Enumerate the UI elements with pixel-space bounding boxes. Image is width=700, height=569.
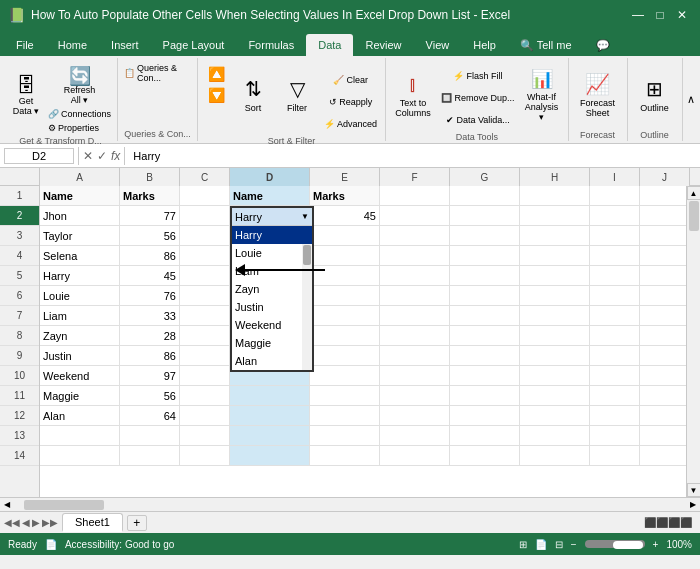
col-header-i[interactable]: I bbox=[590, 168, 640, 186]
advanced-button[interactable]: ⚡ Advanced bbox=[320, 114, 381, 134]
cell-b5[interactable]: 45 bbox=[120, 266, 180, 286]
formula-input[interactable] bbox=[129, 150, 696, 162]
cell-g6[interactable] bbox=[450, 286, 520, 306]
cell-f13[interactable] bbox=[380, 426, 450, 446]
cell-i3[interactable] bbox=[590, 226, 640, 246]
sheet-scroll-right[interactable]: ▶▶ bbox=[42, 517, 58, 528]
cell-g7[interactable] bbox=[450, 306, 520, 326]
zoom-slider[interactable] bbox=[585, 540, 645, 548]
col-header-h[interactable]: H bbox=[520, 168, 590, 186]
tab-comment[interactable]: 💬 bbox=[584, 34, 622, 56]
cell-a3[interactable]: Taylor bbox=[40, 226, 120, 246]
cell-g10[interactable] bbox=[450, 366, 520, 386]
cell-b13[interactable] bbox=[120, 426, 180, 446]
cell-b1[interactable]: Marks bbox=[120, 186, 180, 206]
close-button[interactable]: ✕ bbox=[672, 5, 692, 25]
dropdown-item-harry[interactable]: Harry bbox=[232, 226, 312, 244]
cell-i2[interactable] bbox=[590, 206, 640, 226]
cell-c8[interactable] bbox=[180, 326, 230, 346]
cancel-formula-icon[interactable]: ✕ bbox=[83, 149, 93, 163]
cell-c13[interactable] bbox=[180, 426, 230, 446]
cell-i1[interactable] bbox=[590, 186, 640, 206]
cell-e6[interactable] bbox=[310, 286, 380, 306]
cell-j2[interactable] bbox=[640, 206, 686, 226]
cell-g14[interactable] bbox=[450, 446, 520, 466]
cell-i11[interactable] bbox=[590, 386, 640, 406]
get-data-button[interactable]: 🗄 GetData ▾ bbox=[8, 62, 44, 128]
add-sheet-button[interactable]: + bbox=[127, 515, 147, 531]
data-validation-button[interactable]: ✔ Data Valida... bbox=[439, 110, 517, 130]
cell-j12[interactable] bbox=[640, 406, 686, 426]
tab-page-layout[interactable]: Page Layout bbox=[151, 34, 237, 56]
row-header-8[interactable]: 8 bbox=[0, 326, 39, 346]
scroll-up-button[interactable]: ▲ bbox=[687, 186, 701, 200]
cell-a1[interactable]: Name bbox=[40, 186, 120, 206]
cell-c7[interactable] bbox=[180, 306, 230, 326]
cell-d14[interactable] bbox=[230, 446, 310, 466]
cell-b11[interactable]: 56 bbox=[120, 386, 180, 406]
queries-connections-button[interactable]: 📋 Queries & Con... bbox=[122, 62, 193, 84]
horizontal-scrollbar[interactable]: ◀ ▶ bbox=[0, 497, 700, 511]
row-header-13[interactable]: 13 bbox=[0, 426, 39, 446]
cell-a14[interactable] bbox=[40, 446, 120, 466]
cell-j8[interactable] bbox=[640, 326, 686, 346]
what-if-button[interactable]: 📊 What-IfAnalysis ▾ bbox=[520, 62, 564, 128]
cell-g3[interactable] bbox=[450, 226, 520, 246]
cell-f12[interactable] bbox=[380, 406, 450, 426]
cell-i10[interactable] bbox=[590, 366, 640, 386]
cell-e2[interactable]: 45 bbox=[310, 206, 380, 226]
cell-a12[interactable]: Alan bbox=[40, 406, 120, 426]
cell-a6[interactable]: Louie bbox=[40, 286, 120, 306]
forecast-sheet-button[interactable]: 📈 ForecastSheet bbox=[573, 62, 623, 128]
cell-h10[interactable] bbox=[520, 366, 590, 386]
sort-az-button[interactable]: 🔼 bbox=[202, 64, 230, 84]
tab-view[interactable]: View bbox=[414, 34, 462, 56]
row-header-5[interactable]: 5 bbox=[0, 266, 39, 286]
cell-c12[interactable] bbox=[180, 406, 230, 426]
cell-e12[interactable] bbox=[310, 406, 380, 426]
text-to-columns-button[interactable]: ⫿ Text toColumns bbox=[390, 62, 436, 128]
cell-f1[interactable] bbox=[380, 186, 450, 206]
cell-e14[interactable] bbox=[310, 446, 380, 466]
cell-j9[interactable] bbox=[640, 346, 686, 366]
cell-h2[interactable] bbox=[520, 206, 590, 226]
cell-c9[interactable] bbox=[180, 346, 230, 366]
view-normal-icon[interactable]: ⊞ bbox=[519, 539, 527, 550]
cell-e7[interactable] bbox=[310, 306, 380, 326]
tab-data[interactable]: Data bbox=[306, 34, 353, 56]
scroll-right-button[interactable]: ▶ bbox=[686, 498, 700, 511]
minimize-button[interactable]: — bbox=[628, 5, 648, 25]
cell-j5[interactable] bbox=[640, 266, 686, 286]
dropdown-item-maggie[interactable]: Maggie bbox=[232, 334, 312, 352]
cell-h7[interactable] bbox=[520, 306, 590, 326]
cell-e8[interactable] bbox=[310, 326, 380, 346]
cell-f6[interactable] bbox=[380, 286, 450, 306]
cell-h5[interactable] bbox=[520, 266, 590, 286]
cell-c6[interactable] bbox=[180, 286, 230, 306]
row-header-7[interactable]: 7 bbox=[0, 306, 39, 326]
cell-i4[interactable] bbox=[590, 246, 640, 266]
cell-i9[interactable] bbox=[590, 346, 640, 366]
tab-file[interactable]: File bbox=[4, 34, 46, 56]
connections-button[interactable]: 🔗 Connections bbox=[46, 108, 113, 120]
cell-i12[interactable] bbox=[590, 406, 640, 426]
cell-e10[interactable] bbox=[310, 366, 380, 386]
cell-c14[interactable] bbox=[180, 446, 230, 466]
cell-i7[interactable] bbox=[590, 306, 640, 326]
clear-button[interactable]: 🧹 Clear bbox=[320, 70, 381, 90]
window-controls[interactable]: — □ ✕ bbox=[628, 5, 692, 25]
scrollbar-thumb[interactable] bbox=[689, 201, 699, 231]
cell-b9[interactable]: 86 bbox=[120, 346, 180, 366]
cell-h14[interactable] bbox=[520, 446, 590, 466]
h-scrollbar-thumb[interactable] bbox=[24, 500, 104, 510]
row-header-3[interactable]: 3 bbox=[0, 226, 39, 246]
dropdown-item-zayn[interactable]: Zayn bbox=[232, 280, 312, 298]
cell-g13[interactable] bbox=[450, 426, 520, 446]
cell-j10[interactable] bbox=[640, 366, 686, 386]
cell-j1[interactable] bbox=[640, 186, 686, 206]
reapply-button[interactable]: ↺ Reapply bbox=[320, 92, 381, 112]
cell-i8[interactable] bbox=[590, 326, 640, 346]
row-header-2[interactable]: 2 bbox=[0, 206, 39, 226]
cell-a8[interactable]: Zayn bbox=[40, 326, 120, 346]
cell-c2[interactable] bbox=[180, 206, 230, 226]
